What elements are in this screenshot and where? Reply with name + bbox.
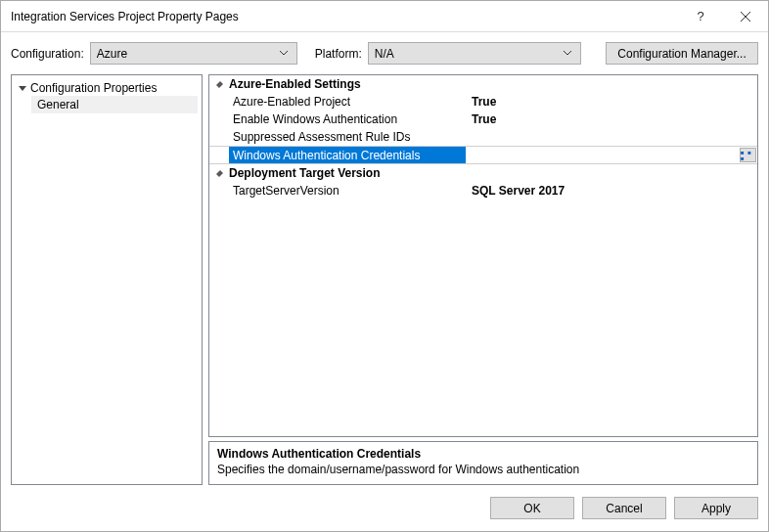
prop-row-winauth-credentials[interactable]: Windows Authentication Credentials ■ ■ ■ — [209, 146, 757, 164]
tree-child-label: General — [37, 98, 79, 111]
property-grid-body: Azure-Enabled Settings Azure-Enabled Pro… — [209, 75, 757, 436]
tree-root-label: Configuration Properties — [30, 81, 157, 95]
prop-name: Azure-Enabled Project — [229, 93, 466, 111]
description-title: Windows Authentication Credentials — [217, 447, 749, 461]
tree-item-general[interactable]: General — [31, 96, 198, 113]
right-column: Azure-Enabled Settings Azure-Enabled Pro… — [208, 74, 758, 485]
apply-button[interactable]: Apply — [674, 497, 758, 519]
tree-collapse-icon[interactable] — [18, 84, 27, 92]
help-button[interactable]: ? — [678, 1, 723, 31]
main-area: Configuration Properties General Azure-E… — [1, 74, 768, 485]
prop-row-azure-enabled[interactable]: Azure-Enabled Project True — [209, 93, 757, 111]
expand-collapse-icon[interactable] — [209, 169, 229, 178]
prop-name: Suppressed Assessment Rule IDs — [229, 128, 466, 146]
prop-value[interactable]: True — [466, 93, 757, 111]
cancel-button[interactable]: Cancel — [582, 497, 666, 519]
configuration-value: Azure — [97, 47, 277, 61]
prop-row-enable-winauth[interactable]: Enable Windows Authentication True — [209, 111, 757, 128]
category-label: Deployment Target Version — [229, 166, 380, 180]
prop-value[interactable]: True — [466, 111, 757, 128]
platform-value: N/A — [375, 47, 561, 61]
prop-row-suppressed-rules[interactable]: Suppressed Assessment Rule IDs — [209, 128, 757, 146]
chevron-down-icon — [277, 51, 291, 56]
prop-name: Enable Windows Authentication — [229, 111, 466, 128]
platform-dropdown[interactable]: N/A — [368, 42, 581, 65]
close-icon — [741, 12, 750, 22]
property-grid[interactable]: Azure-Enabled Settings Azure-Enabled Pro… — [208, 74, 758, 437]
dialog-footer: OK Cancel Apply — [1, 485, 768, 531]
expand-collapse-icon[interactable] — [209, 80, 229, 89]
category-azure-settings[interactable]: Azure-Enabled Settings — [209, 75, 757, 93]
prop-value[interactable]: ■ ■ ■ — [466, 147, 757, 163]
prop-value[interactable]: SQL Server 2017 — [466, 182, 757, 200]
dialog-window: Integration Services Project Property Pa… — [0, 0, 769, 532]
titlebar: Integration Services Project Property Pa… — [1, 1, 768, 32]
prop-name: TargetServerVersion — [229, 182, 466, 200]
category-label: Azure-Enabled Settings — [229, 77, 361, 91]
configuration-label: Configuration: — [11, 47, 84, 61]
configuration-dropdown[interactable]: Azure — [90, 42, 297, 65]
prop-row-target-server-version[interactable]: TargetServerVersion SQL Server 2017 — [209, 182, 757, 200]
configuration-manager-button[interactable]: Configuration Manager... — [606, 42, 758, 65]
prop-value[interactable] — [466, 128, 757, 146]
description-text: Specifies the domain/username/password f… — [217, 463, 749, 476]
chevron-down-icon — [561, 51, 574, 56]
close-button[interactable] — [723, 1, 768, 31]
window-title: Integration Services Project Property Pa… — [11, 10, 678, 23]
description-panel: Windows Authentication Credentials Speci… — [208, 441, 758, 485]
prop-name: Windows Authentication Credentials — [229, 147, 466, 163]
tree-root-item[interactable]: Configuration Properties — [12, 79, 202, 96]
ellipsis-button[interactable]: ■ ■ ■ — [740, 148, 756, 162]
platform-label: Platform: — [315, 47, 362, 61]
tree-view[interactable]: Configuration Properties General — [11, 74, 203, 485]
ok-button[interactable]: OK — [490, 497, 574, 519]
category-deployment-target[interactable]: Deployment Target Version — [209, 164, 757, 182]
config-row: Configuration: Azure Platform: N/A Confi… — [1, 32, 768, 74]
